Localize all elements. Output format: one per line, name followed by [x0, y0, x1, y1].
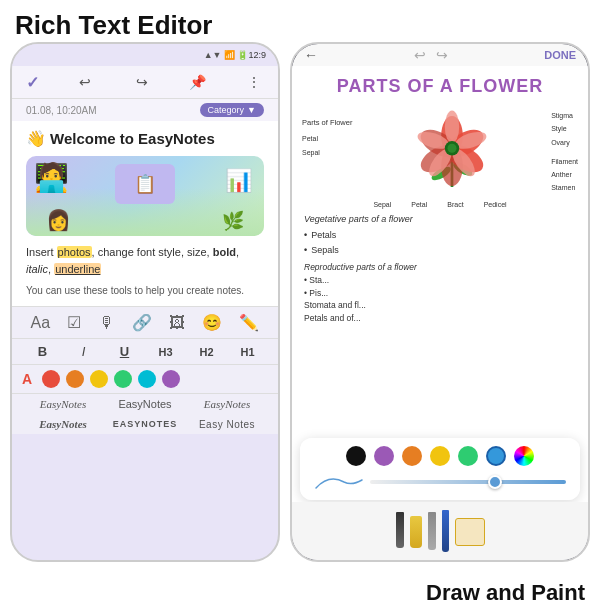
color-green[interactable] — [114, 370, 132, 388]
wave-emoji: 👋 — [26, 129, 46, 148]
category-badge[interactable]: Category ▼ — [200, 103, 264, 117]
label-style: Style — [551, 122, 578, 135]
header: Rich Text Editor — [0, 0, 600, 42]
left-phone: ▲▼ 📶 🔋 12:9 ✓ ↩ ↪ 📌 ⋮ 01.08, 10:20AM Cat… — [10, 42, 280, 562]
emoji-icon[interactable]: 😊 — [202, 313, 222, 332]
draw-and-paint-label: Draw and Paint — [426, 580, 585, 605]
back-arrow-icon[interactable]: ← — [304, 47, 318, 63]
text-underline: underline — [54, 263, 101, 275]
diagram-labels-left: Parts of Flower Petal Sepal — [302, 101, 352, 201]
color-cyan[interactable] — [138, 370, 156, 388]
flower-diagram: Parts of Flower Petal Sepal — [292, 101, 588, 201]
color-picker-row — [310, 446, 570, 466]
font-style-6[interactable]: Easy Notes — [186, 419, 268, 430]
stroke-slider-row — [310, 472, 570, 492]
label-stigma: Stigma — [551, 109, 578, 122]
italic-btn[interactable]: I — [71, 344, 97, 359]
note-text-2: You can use these tools to help you crea… — [26, 283, 264, 298]
status-bar-left: ▲▼ 📶 🔋 12:9 — [12, 44, 278, 66]
text-photos: photos — [57, 246, 92, 258]
undo-icon[interactable]: ↩ — [75, 72, 95, 92]
cp-purple[interactable] — [374, 446, 394, 466]
image-icon[interactable]: 🖼 — [169, 314, 185, 332]
label-stamen: Stamen — [551, 181, 578, 194]
font-styles-row: EasyNotes EasyNotes EasyNotes — [12, 394, 278, 414]
font-style-4[interactable]: EasyNotes — [22, 418, 104, 430]
done-button[interactable]: DONE — [544, 49, 576, 61]
nav-arrows: ↩ ↪ — [414, 47, 448, 63]
veg-title: Vegetative parts of a flower — [304, 212, 576, 226]
checkmark-icon[interactable]: ✓ — [26, 73, 39, 92]
slider-thumb — [488, 475, 502, 489]
h2-btn[interactable]: H2 — [194, 346, 220, 358]
more-icon[interactable]: ⋮ — [244, 72, 264, 92]
label-pedicel: Pedicel — [484, 201, 507, 208]
veg-item-2: • Sepals — [304, 243, 576, 257]
draw-icon[interactable]: ✏️ — [239, 313, 259, 332]
pen-blue-tool[interactable] — [442, 510, 449, 552]
h1-btn[interactable]: H1 — [235, 346, 261, 358]
note-title-row: 👋 Welcome to EasyNotes — [26, 129, 264, 148]
label-parts-of-flower: Parts of Flower — [302, 115, 352, 130]
note-meta: 01.08, 10:20AM Category ▼ — [12, 99, 278, 121]
note-illustration: 🧑‍💻 📊 👩 🌿 📋 — [26, 156, 264, 236]
flower-bottom-labels: Sepal Petal Bract Pedicel — [292, 201, 588, 212]
note-body: 👋 Welcome to EasyNotes 🧑‍💻 📊 👩 🌿 📋 Inser… — [12, 121, 278, 306]
right-content: PARTS OF A FLOWER Parts of Flower Petal … — [292, 66, 588, 560]
text-bold: bold — [213, 246, 236, 258]
diagram-labels-right: Stigma Style Ovary Filament Anther Stame… — [551, 101, 578, 201]
status-time: 12:9 — [248, 50, 266, 60]
cp-yellow[interactable] — [430, 446, 450, 466]
highlighter-yellow-tool[interactable] — [410, 516, 422, 548]
checkbox-icon[interactable]: ☑ — [67, 313, 81, 332]
svg-point-15 — [447, 144, 456, 153]
color-yellow[interactable] — [90, 370, 108, 388]
cp-black[interactable] — [346, 446, 366, 466]
link-icon[interactable]: 🔗 — [132, 313, 152, 332]
h3-btn[interactable]: H3 — [153, 346, 179, 358]
label-sepal-bottom: Sepal — [373, 201, 391, 208]
note-title: Welcome to EasyNotes — [50, 130, 215, 147]
underline-btn[interactable]: U — [112, 344, 138, 359]
svg-point-9 — [445, 111, 459, 143]
pin-icon[interactable]: 📌 — [188, 72, 208, 92]
note-date: 01.08, 10:20AM — [26, 105, 97, 116]
font-style-3[interactable]: EasyNotes — [186, 398, 268, 410]
font-icon[interactable]: Aa — [31, 314, 51, 332]
label-sepal: Sepal — [302, 146, 352, 160]
stroke-curve-preview — [314, 472, 364, 492]
stroke-width-slider[interactable] — [370, 480, 566, 484]
pencil-dark-tool[interactable] — [396, 512, 404, 548]
text-comma: , — [236, 246, 239, 258]
repro-line2: • Pis... — [304, 287, 576, 300]
note-text-1: Insert photos, change font style, size, … — [26, 244, 264, 277]
label-anther: Anther — [551, 168, 578, 181]
cp-orange[interactable] — [402, 446, 422, 466]
category-chevron: ▼ — [247, 105, 256, 115]
sticky-note-tool[interactable] — [455, 518, 485, 546]
color-purple[interactable] — [162, 370, 180, 388]
font-style-1[interactable]: EasyNotes — [22, 398, 104, 410]
color-red[interactable] — [42, 370, 60, 388]
cp-rainbow[interactable] — [514, 446, 534, 466]
repro-line1: • Sta... — [304, 274, 576, 287]
bold-btn[interactable]: B — [30, 344, 56, 359]
format-row: B I U H3 H2 H1 — [12, 339, 278, 365]
undo-nav-icon[interactable]: ↩ — [414, 47, 426, 63]
repro-title: Reproductive parts of a flower — [304, 261, 576, 274]
repro-section: Reproductive parts of a flower • Sta... … — [292, 257, 588, 325]
color-orange[interactable] — [66, 370, 84, 388]
cp-green[interactable] — [458, 446, 478, 466]
keyboard-bar: Aa ☑ 🎙 🔗 🖼 😊 ✏️ B I U H3 H2 H1 A — [12, 306, 278, 434]
pencil-light-tool[interactable] — [428, 512, 436, 550]
font-style-2[interactable]: EasyNotes — [104, 398, 186, 410]
flower-svg — [407, 101, 497, 201]
redo-icon[interactable]: ↪ — [132, 72, 152, 92]
mic-icon[interactable]: 🎙 — [99, 314, 115, 332]
color-row: A — [12, 365, 278, 394]
redo-nav-icon[interactable]: ↪ — [436, 47, 448, 63]
cp-blue[interactable] — [486, 446, 506, 466]
tool-items — [396, 508, 485, 552]
font-style-5[interactable]: EASYNOTES — [104, 419, 186, 429]
color-a-label: A — [22, 371, 32, 387]
